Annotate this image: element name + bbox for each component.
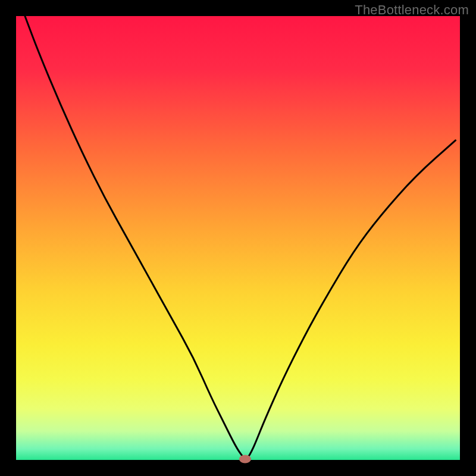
plot-area xyxy=(16,16,460,460)
bottleneck-chart xyxy=(0,0,476,476)
watermark-text: TheBottleneck.com xyxy=(355,2,469,18)
chart-container: TheBottleneck.com xyxy=(0,0,476,476)
min-point-marker xyxy=(239,455,251,464)
